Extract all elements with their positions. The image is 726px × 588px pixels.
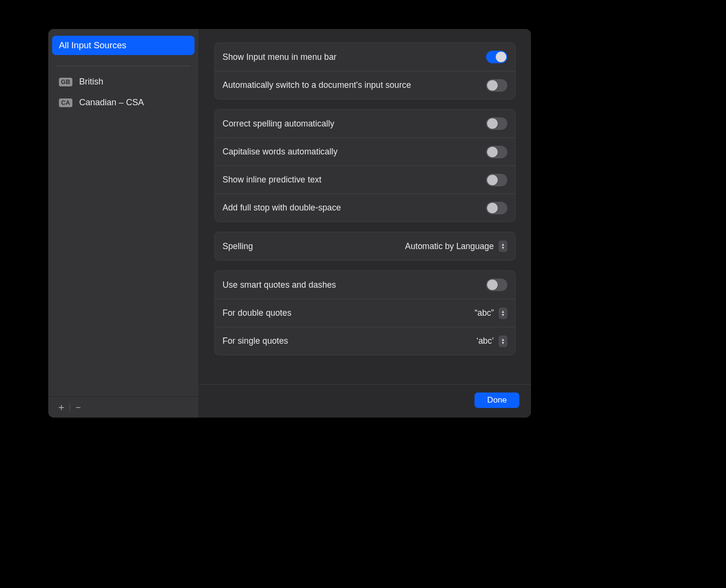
sidebar-item-label: British <box>79 77 103 87</box>
sidebar: All Input Sources GB British CA Canadian… <box>48 29 199 418</box>
setting-row: Spelling Automatic by Language ▲▼ <box>215 232 515 260</box>
setting-label: Add full stop with double-space <box>223 203 341 213</box>
setting-label: Spelling <box>223 241 253 252</box>
plus-icon: ＋ <box>56 401 66 414</box>
setting-label: Show inline predictive text <box>223 175 321 185</box>
toggle-knob <box>487 280 498 290</box>
setting-label: Automatically switch to a document's inp… <box>223 80 411 90</box>
toggle-knob <box>487 147 498 157</box>
setting-row: Automatically switch to a document's inp… <box>215 71 515 99</box>
setting-label: For double quotes <box>223 308 292 318</box>
setting-row: For single quotes ‘abc’ ▲▼ <box>215 327 515 355</box>
setting-row: Add full stop with double-space <box>215 194 515 222</box>
updown-icon: ▲▼ <box>499 336 507 347</box>
minus-icon: － <box>73 401 83 414</box>
sidebar-item-source[interactable]: GB British <box>52 73 195 91</box>
toggle-smart-quotes[interactable] <box>486 279 507 291</box>
input-sources-window: All Input Sources GB British CA Canadian… <box>48 29 531 418</box>
updown-icon: ▲▼ <box>499 308 507 319</box>
add-source-button[interactable]: ＋ <box>54 400 69 415</box>
toggle-knob <box>496 52 506 62</box>
setting-row: Show Input menu in menu bar <box>215 43 515 71</box>
settings-group-spelling: Spelling Automatic by Language ▲▼ <box>214 232 516 261</box>
updown-icon: ▲▼ <box>499 240 507 252</box>
setting-row: Show inline predictive text <box>215 166 515 194</box>
popup-value: Automatic by Language <box>405 241 494 252</box>
toggle-knob <box>487 118 498 129</box>
sidebar-footer: ＋ － <box>48 396 198 418</box>
popup-value: ‘abc’ <box>476 336 494 346</box>
footer-separator <box>70 403 70 412</box>
double-quotes-popup[interactable]: “abc” ▲▼ <box>475 308 507 319</box>
sidebar-top: All Input Sources GB British CA Canadian… <box>48 29 198 396</box>
sidebar-item-all-input-sources[interactable]: All Input Sources <box>52 36 195 55</box>
done-button[interactable]: Done <box>475 392 519 408</box>
toggle-full-stop-double-space[interactable] <box>486 202 507 214</box>
toggle-inline-predictive-text[interactable] <box>486 174 507 186</box>
remove-source-button[interactable]: － <box>71 400 85 415</box>
toggle-knob <box>487 175 498 185</box>
toggle-knob <box>487 203 498 213</box>
keyboard-region-icon: GB <box>59 78 72 86</box>
settings-group-text: Correct spelling automatically Capitalis… <box>214 109 516 222</box>
toggle-correct-spelling[interactable] <box>486 117 507 130</box>
popup-value: “abc” <box>475 308 494 318</box>
toggle-knob <box>487 80 498 91</box>
settings-group-quotes: Use smart quotes and dashes For double q… <box>214 270 516 355</box>
sidebar-item-source[interactable]: CA Canadian – CSA <box>52 94 195 112</box>
setting-label: For single quotes <box>223 336 288 346</box>
setting-row: Capitalise words automatically <box>215 138 515 166</box>
settings-group-input-menu: Show Input menu in menu bar Automaticall… <box>214 42 516 99</box>
keyboard-region-icon: CA <box>59 98 72 107</box>
sidebar-item-label: Canadian – CSA <box>79 98 144 108</box>
settings-content: Show Input menu in menu bar Automaticall… <box>199 29 531 384</box>
toggle-auto-switch-input-source[interactable] <box>486 79 507 92</box>
setting-row: For double quotes “abc” ▲▼ <box>215 299 515 327</box>
spelling-popup[interactable]: Automatic by Language ▲▼ <box>405 240 507 252</box>
setting-label: Capitalise words automatically <box>223 147 337 157</box>
setting-label: Show Input menu in menu bar <box>223 52 336 62</box>
toggle-show-input-menu[interactable] <box>486 51 507 63</box>
bottom-bar: Done <box>199 384 531 418</box>
single-quotes-popup[interactable]: ‘abc’ ▲▼ <box>476 336 507 347</box>
setting-row: Correct spelling automatically <box>215 110 515 138</box>
setting-row: Use smart quotes and dashes <box>215 271 515 299</box>
toggle-capitalise-words[interactable] <box>486 146 507 158</box>
setting-label: Correct spelling automatically <box>223 119 335 129</box>
setting-label: Use smart quotes and dashes <box>223 280 336 290</box>
main: Show Input menu in menu bar Automaticall… <box>199 29 531 418</box>
sidebar-separator <box>56 66 191 66</box>
